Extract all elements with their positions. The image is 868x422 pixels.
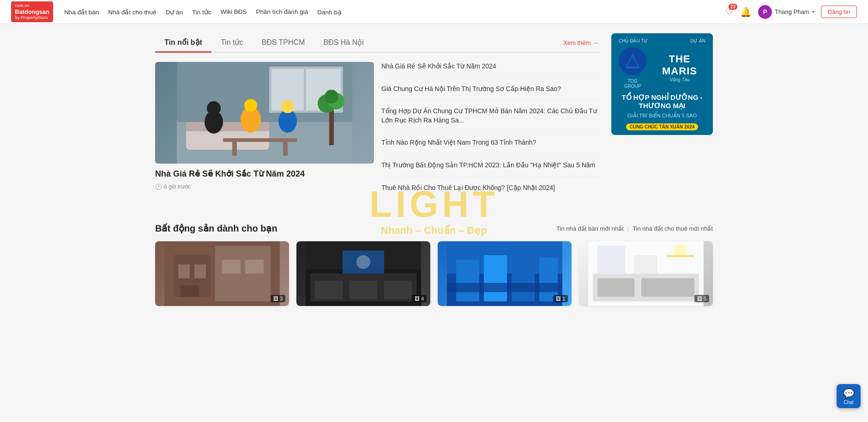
bds-link-ban[interactable]: Tin nhà đất bán mới nhất — [556, 225, 624, 232]
ad-project-name: THE MARIS — [654, 53, 705, 77]
nav-item-nha-dat-ban[interactable]: Nhà đất bán — [64, 8, 99, 16]
svg-rect-49 — [641, 278, 694, 297]
property-cards: 🖼 3 🖼 4 — [155, 241, 713, 306]
bds-section-header: Bất động sản dành cho bạn Tin nhà đất bá… — [155, 223, 713, 234]
svg-rect-28 — [222, 260, 241, 274]
property-card-img-count: 🖼 3 — [271, 295, 285, 302]
image-icon: 🖼 — [273, 296, 278, 301]
svg-rect-41 — [484, 255, 507, 301]
property-card-img-count: 🖼 5 — [694, 295, 709, 302]
bds-section: Bất động sản dành cho bạn Tin nhà đất bá… — [148, 223, 720, 321]
logo[interactable]: com.vn Batdongsan by PropertyGuru — [11, 1, 53, 22]
section-divider: | — [627, 225, 629, 232]
clock-icon: 🕐 — [155, 183, 162, 190]
property-card-image: 🖼 1 — [438, 241, 572, 306]
news-list-item[interactable]: Giá Chung Cư Hà Nội Trên Thị Trường Sơ C… — [381, 85, 600, 101]
news-list-item[interactable]: Tỉnh Nào Rộng Nhất Việt Nam Trong 63 Tỉn… — [381, 138, 600, 154]
image-icon: 🖼 — [556, 296, 561, 301]
main-article-image[interactable] — [155, 62, 374, 164]
ad-chu-dau-tu-label: CHỦ ĐẦU TƯ — [619, 38, 648, 43]
property-card[interactable]: 🖼 1 — [438, 241, 572, 306]
tab-tin-noi-bat[interactable]: Tin nổi bật — [155, 33, 211, 53]
property-card[interactable]: 🖼 5 — [579, 241, 713, 306]
chevron-down-icon: ▾ — [812, 9, 814, 14]
svg-rect-16 — [329, 108, 334, 145]
svg-rect-48 — [597, 278, 634, 297]
bell-button[interactable]: 🔔 — [740, 6, 752, 18]
logo-by: by PropertyGuru — [15, 15, 49, 20]
nav-links: Nhà đất bán Nhà đất cho thuê Dự án Tin t… — [64, 8, 725, 16]
nav-item-phan-tich[interactable]: Phân tích đánh giá — [256, 8, 308, 15]
ad-du-an-label: DỰ ÁN — [690, 38, 705, 43]
svg-rect-34 — [350, 281, 377, 299]
main-article-title[interactable]: Nhà Giá Rẻ Sẽ Khởi Sắc Từ Năm 2024 — [155, 168, 374, 180]
heart-button[interactable]: ♡ 23 — [725, 6, 734, 18]
svg-rect-40 — [456, 260, 479, 301]
svg-point-19 — [325, 90, 338, 104]
bell-icon: 🔔 — [740, 6, 752, 18]
heart-badge: 23 — [729, 4, 737, 10]
svg-rect-53 — [667, 255, 694, 257]
news-list: Nhà Giá Rẻ Sẽ Khởi Sắc Từ Năm 2024 Giá C… — [381, 62, 600, 199]
register-button[interactable]: Đăng tin — [821, 6, 857, 18]
sidebar-ad[interactable]: CHỦ ĐẦU TƯ DỰ ÁN TDG GROUP THE MARIS Vũn… — [611, 33, 713, 135]
navbar: com.vn Batdongsan by PropertyGuru Nhà đấ… — [0, 0, 868, 24]
svg-point-37 — [356, 255, 370, 269]
ad-header: CHỦ ĐẦU TƯ DỰ ÁN — [619, 38, 705, 43]
tab-bds-tphcm[interactable]: BĐS TPHCM — [252, 34, 314, 53]
news-section: Tin nổi bật Tin tức BĐS TPHCM BĐS Hà Nội… — [155, 33, 600, 214]
bds-section-links: Tin nhà đất bán mới nhất | Tin nhà đất c… — [556, 225, 713, 232]
nav-item-wiki[interactable]: Wiki BĐS — [221, 8, 247, 15]
svg-rect-35 — [384, 281, 412, 299]
ad-logo — [619, 47, 646, 75]
user-name: Thang Pham — [775, 8, 809, 15]
image-icon: 🖼 — [697, 296, 702, 301]
main-content: Tin nổi bật Tin tức BĐS TPHCM BĐS Hà Nội… — [148, 24, 720, 223]
bds-link-thue[interactable]: Tin nhà đất cho thuê mới nhất — [633, 225, 713, 232]
property-card-image: 🖼 4 — [296, 241, 430, 306]
avatar: P — [758, 5, 772, 19]
ad-location: Vũng Tàu — [654, 77, 705, 82]
svg-rect-26 — [181, 285, 199, 297]
svg-point-10 — [244, 99, 257, 112]
ad-tagline: TỔ HỢP NGHỈ DƯỠNG - THƯƠNG MẠI — [619, 93, 705, 110]
svg-rect-50 — [634, 255, 657, 274]
svg-rect-29 — [245, 260, 264, 274]
navbar-right: ♡ 23 🔔 P Thang Pham ▾ Đăng tin — [725, 5, 857, 19]
news-list-item[interactable]: Thị Trường Bất Động Sản TP.HCM 2023: Lần… — [381, 161, 600, 177]
tab-more[interactable]: Xem thêm → — [561, 35, 600, 51]
svg-point-8 — [207, 101, 221, 115]
user-menu[interactable]: P Thang Pham ▾ — [758, 5, 814, 19]
nav-item-danh-ba[interactable]: Danh bạ — [317, 8, 342, 16]
property-img-interior — [579, 241, 713, 306]
logo-text: com.vn Batdongsan by PropertyGuru — [11, 1, 53, 22]
tab-bds-hanoi[interactable]: BĐS Hà Nội — [314, 33, 373, 53]
property-img-brown — [155, 241, 289, 306]
tab-tin-tuc[interactable]: Tin tức — [211, 33, 253, 53]
news-list-item[interactable]: Tổng Hợp Dự Án Chung Cư TPHCM Mở Bán Năm… — [381, 107, 600, 132]
ad-sub-tagline: GIẢI TRÍ BIỂN CHUẨN 5 SAO — [627, 113, 697, 119]
main-article: Nhà Giá Rẻ Sẽ Khởi Sắc Từ Năm 2024 🕐 6 g… — [155, 62, 374, 199]
svg-rect-14 — [232, 142, 237, 156]
news-list-item[interactable]: Nhà Giá Rẻ Sẽ Khởi Sắc Từ Năm 2024 — [381, 62, 600, 78]
property-card[interactable]: 🖼 4 — [296, 241, 430, 306]
property-img-aerial — [438, 241, 572, 306]
property-card-image: 🖼 5 — [579, 241, 713, 306]
ad-group-name: TDG GROUP — [619, 79, 646, 89]
news-tabs: Tin nổi bật Tin tức BĐS TPHCM BĐS Hà Nội… — [155, 33, 600, 53]
property-card-img-count: 🖼 1 — [553, 295, 568, 302]
news-list-item[interactable]: Thuê Nhà Rồi Cho Thuê Lại Được Không? [C… — [381, 183, 600, 199]
property-img-dark — [296, 241, 430, 306]
nav-item-nha-dat-cho-thue[interactable]: Nhà đất cho thuê — [108, 8, 156, 16]
nav-item-tin-tuc[interactable]: Tin tức — [192, 8, 211, 16]
svg-rect-44 — [447, 283, 562, 292]
bds-section-title: Bất động sản dành cho bạn — [155, 223, 277, 234]
ad-badge: CUNG CHÚC TÂN XUÂN 2024 — [626, 123, 699, 130]
main-article-caption: Nhà Giá Rẻ Sẽ Khởi Sắc Từ Năm 2024 🕐 6 g… — [155, 168, 374, 190]
nav-item-du-an[interactable]: Dự án — [166, 8, 183, 16]
property-card[interactable]: 🖼 3 — [155, 241, 289, 306]
svg-rect-33 — [315, 281, 343, 299]
svg-rect-24 — [178, 264, 190, 278]
main-article-time: 🕐 6 giờ trước — [155, 183, 374, 190]
svg-point-12 — [281, 100, 294, 113]
